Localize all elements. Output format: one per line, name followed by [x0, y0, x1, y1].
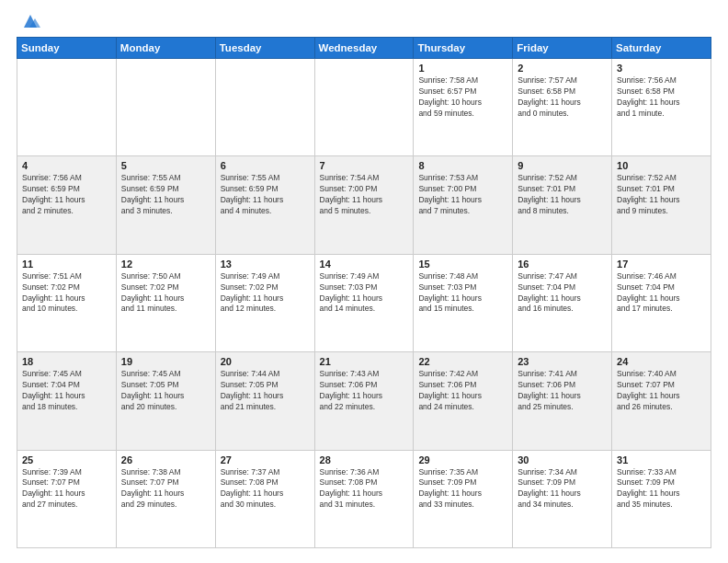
calendar-cell: 21Sunrise: 7:43 AM Sunset: 7:06 PM Dayli…: [314, 352, 414, 450]
day-info: Sunrise: 7:52 AM Sunset: 7:01 PM Dayligh…: [617, 173, 706, 217]
day-info: Sunrise: 7:45 AM Sunset: 7:04 PM Dayligh…: [22, 369, 111, 413]
day-number: 6: [221, 160, 310, 171]
col-header-thursday: Thursday: [414, 38, 513, 59]
calendar-cell: 14Sunrise: 7:49 AM Sunset: 7:03 PM Dayli…: [314, 254, 414, 351]
day-number: 28: [320, 454, 409, 465]
calendar-week-row: 18Sunrise: 7:45 AM Sunset: 7:04 PM Dayli…: [17, 352, 711, 450]
calendar-cell: 11Sunrise: 7:51 AM Sunset: 7:02 PM Dayli…: [17, 254, 117, 351]
calendar-cell: 1Sunrise: 7:58 AM Sunset: 6:57 PM Daylig…: [414, 59, 513, 156]
day-number: 19: [121, 356, 210, 367]
day-info: Sunrise: 7:43 AM Sunset: 7:06 PM Dayligh…: [320, 369, 409, 413]
day-info: Sunrise: 7:58 AM Sunset: 6:57 PM Dayligh…: [418, 75, 507, 120]
day-info: Sunrise: 7:53 AM Sunset: 7:00 PM Dayligh…: [418, 173, 507, 217]
calendar-header-row: SundayMondayTuesdayWednesdayThursdayFrid…: [17, 38, 711, 59]
calendar-cell: 6Sunrise: 7:55 AM Sunset: 6:59 PM Daylig…: [215, 156, 314, 254]
calendar-cell: 10Sunrise: 7:52 AM Sunset: 7:01 PM Dayli…: [612, 156, 711, 254]
day-number: 10: [617, 160, 706, 171]
calendar-cell: 19Sunrise: 7:45 AM Sunset: 7:05 PM Dayli…: [116, 352, 215, 450]
calendar-cell: 5Sunrise: 7:55 AM Sunset: 6:59 PM Daylig…: [116, 156, 215, 254]
day-info: Sunrise: 7:42 AM Sunset: 7:06 PM Dayligh…: [418, 369, 507, 413]
day-info: Sunrise: 7:54 AM Sunset: 7:00 PM Dayligh…: [320, 173, 409, 217]
day-number: 18: [22, 356, 111, 367]
day-number: 31: [617, 454, 706, 465]
calendar-cell: [215, 59, 314, 156]
day-info: Sunrise: 7:52 AM Sunset: 7:01 PM Dayligh…: [518, 173, 607, 217]
calendar-week-row: 25Sunrise: 7:39 AM Sunset: 7:07 PM Dayli…: [17, 450, 711, 547]
day-number: 25: [22, 454, 111, 465]
day-number: 30: [518, 454, 607, 465]
day-info: Sunrise: 7:41 AM Sunset: 7:06 PM Dayligh…: [518, 369, 607, 413]
day-info: Sunrise: 7:51 AM Sunset: 7:02 PM Dayligh…: [22, 271, 111, 316]
day-number: 20: [221, 356, 310, 367]
day-number: 26: [121, 454, 210, 465]
col-header-wednesday: Wednesday: [314, 38, 414, 59]
day-number: 23: [518, 356, 607, 367]
day-info: Sunrise: 7:45 AM Sunset: 7:05 PM Dayligh…: [121, 369, 210, 413]
day-number: 22: [418, 356, 507, 367]
calendar-cell: 17Sunrise: 7:46 AM Sunset: 7:04 PM Dayli…: [612, 254, 711, 351]
calendar-cell: 24Sunrise: 7:40 AM Sunset: 7:07 PM Dayli…: [612, 352, 711, 450]
calendar-cell: 28Sunrise: 7:36 AM Sunset: 7:08 PM Dayli…: [314, 450, 414, 547]
day-info: Sunrise: 7:44 AM Sunset: 7:05 PM Dayligh…: [221, 369, 310, 413]
day-info: Sunrise: 7:55 AM Sunset: 6:59 PM Dayligh…: [121, 173, 210, 217]
calendar-cell: 9Sunrise: 7:52 AM Sunset: 7:01 PM Daylig…: [513, 156, 612, 254]
page: SundayMondayTuesdayWednesdayThursdayFrid…: [0, 0, 728, 563]
day-number: 14: [320, 259, 409, 270]
calendar-cell: 2Sunrise: 7:57 AM Sunset: 6:58 PM Daylig…: [513, 59, 612, 156]
col-header-sunday: Sunday: [17, 38, 117, 59]
calendar-week-row: 1Sunrise: 7:58 AM Sunset: 6:57 PM Daylig…: [17, 59, 711, 156]
day-number: 4: [22, 160, 111, 171]
day-number: 12: [121, 259, 210, 270]
col-header-friday: Friday: [513, 38, 612, 59]
calendar-cell: 8Sunrise: 7:53 AM Sunset: 7:00 PM Daylig…: [414, 156, 513, 254]
day-number: 11: [22, 259, 111, 270]
calendar-week-row: 11Sunrise: 7:51 AM Sunset: 7:02 PM Dayli…: [17, 254, 711, 351]
header: [17, 15, 711, 28]
day-info: Sunrise: 7:49 AM Sunset: 7:03 PM Dayligh…: [320, 271, 409, 316]
calendar-cell: 27Sunrise: 7:37 AM Sunset: 7:08 PM Dayli…: [215, 450, 314, 547]
day-number: 21: [320, 356, 409, 367]
calendar-cell: 7Sunrise: 7:54 AM Sunset: 7:00 PM Daylig…: [314, 156, 414, 254]
day-number: 8: [418, 160, 507, 171]
calendar-cell: [314, 59, 414, 156]
day-number: 5: [121, 160, 210, 171]
day-info: Sunrise: 7:47 AM Sunset: 7:04 PM Dayligh…: [518, 271, 607, 316]
calendar-cell: 25Sunrise: 7:39 AM Sunset: 7:07 PM Dayli…: [17, 450, 117, 547]
day-number: 16: [518, 259, 607, 270]
day-number: 3: [617, 63, 706, 74]
calendar-cell: 18Sunrise: 7:45 AM Sunset: 7:04 PM Dayli…: [17, 352, 117, 450]
day-info: Sunrise: 7:49 AM Sunset: 7:02 PM Dayligh…: [221, 271, 310, 316]
calendar-cell: [17, 59, 117, 156]
day-info: Sunrise: 7:56 AM Sunset: 6:59 PM Dayligh…: [22, 173, 111, 217]
calendar-cell: 30Sunrise: 7:34 AM Sunset: 7:09 PM Dayli…: [513, 450, 612, 547]
day-number: 1: [418, 63, 507, 74]
calendar-cell: 3Sunrise: 7:56 AM Sunset: 6:58 PM Daylig…: [612, 59, 711, 156]
calendar-cell: 12Sunrise: 7:50 AM Sunset: 7:02 PM Dayli…: [116, 254, 215, 351]
day-info: Sunrise: 7:40 AM Sunset: 7:07 PM Dayligh…: [617, 369, 706, 413]
col-header-saturday: Saturday: [612, 38, 711, 59]
day-info: Sunrise: 7:38 AM Sunset: 7:07 PM Dayligh…: [121, 467, 210, 511]
calendar-cell: 13Sunrise: 7:49 AM Sunset: 7:02 PM Dayli…: [215, 254, 314, 351]
day-info: Sunrise: 7:57 AM Sunset: 6:58 PM Dayligh…: [518, 75, 607, 120]
day-number: 7: [320, 160, 409, 171]
day-number: 27: [221, 454, 310, 465]
calendar-cell: 4Sunrise: 7:56 AM Sunset: 6:59 PM Daylig…: [17, 156, 117, 254]
calendar-cell: 29Sunrise: 7:35 AM Sunset: 7:09 PM Dayli…: [414, 450, 513, 547]
day-info: Sunrise: 7:35 AM Sunset: 7:09 PM Dayligh…: [418, 467, 507, 511]
day-number: 9: [518, 160, 607, 171]
day-info: Sunrise: 7:55 AM Sunset: 6:59 PM Dayligh…: [221, 173, 310, 217]
day-info: Sunrise: 7:39 AM Sunset: 7:07 PM Dayligh…: [22, 467, 111, 511]
day-number: 13: [221, 259, 310, 270]
day-info: Sunrise: 7:36 AM Sunset: 7:08 PM Dayligh…: [320, 467, 409, 511]
day-number: 17: [617, 259, 706, 270]
col-header-tuesday: Tuesday: [215, 38, 314, 59]
calendar-cell: 26Sunrise: 7:38 AM Sunset: 7:07 PM Dayli…: [116, 450, 215, 547]
day-info: Sunrise: 7:46 AM Sunset: 7:04 PM Dayligh…: [617, 271, 706, 316]
day-info: Sunrise: 7:33 AM Sunset: 7:09 PM Dayligh…: [617, 467, 706, 511]
logo: [17, 15, 40, 28]
day-number: 2: [518, 63, 607, 74]
day-info: Sunrise: 7:48 AM Sunset: 7:03 PM Dayligh…: [418, 271, 507, 316]
calendar-table: SundayMondayTuesdayWednesdayThursdayFrid…: [17, 37, 711, 548]
calendar-week-row: 4Sunrise: 7:56 AM Sunset: 6:59 PM Daylig…: [17, 156, 711, 254]
day-number: 29: [418, 454, 507, 465]
